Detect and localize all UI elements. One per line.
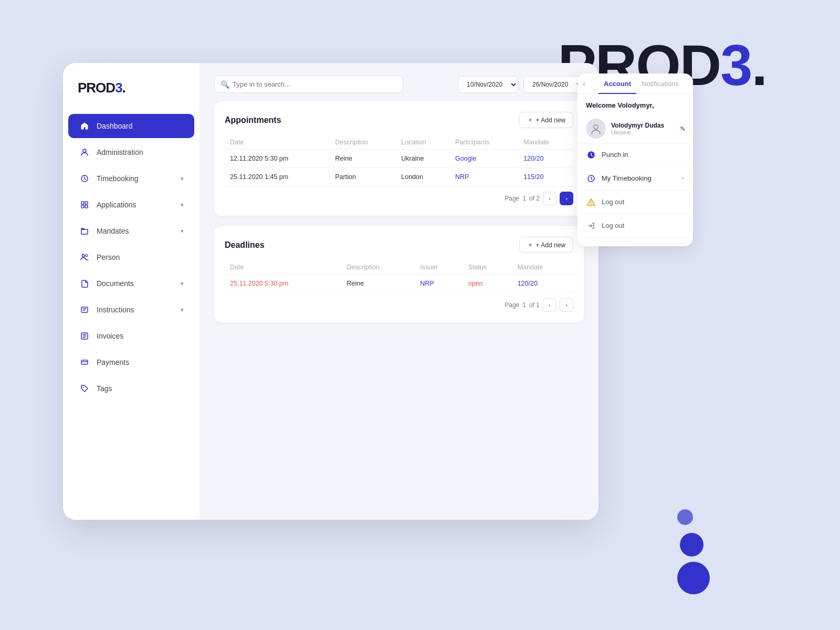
svg-rect-5: [85, 205, 88, 208]
sidebar-logo: PROD3.: [63, 80, 200, 113]
plus-icon: ＋: [527, 116, 533, 124]
card-icon: [79, 356, 90, 368]
svg-point-6: [82, 255, 85, 257]
deadlines-header: Deadlines ＋ + Add new: [225, 237, 573, 253]
prev-page-button[interactable]: ‹: [543, 192, 556, 205]
logout-label: Log out: [602, 222, 624, 229]
panel-back-button[interactable]: ‹: [583, 79, 585, 89]
sidebar-item-label: Invoices: [97, 332, 123, 340]
user-name: Volodymyr Dudas: [611, 122, 664, 129]
col-participants: Participants: [450, 135, 518, 150]
sidebar-item-instructions[interactable]: Instructions ▾: [68, 298, 194, 322]
col-date: Date: [225, 135, 330, 150]
row-participants[interactable]: Google: [450, 150, 518, 168]
svg-rect-3: [85, 202, 88, 204]
tab-notifications[interactable]: Notifications: [636, 74, 684, 94]
sidebar-item-payments[interactable]: Payments: [68, 350, 194, 374]
search-input[interactable]: [214, 76, 403, 93]
doc-icon: [79, 278, 90, 289]
appointments-title: Appointments: [225, 116, 281, 125]
row-issuer[interactable]: NRP: [415, 275, 463, 293]
chevron-down-icon: ▾: [181, 228, 184, 235]
next-page-button[interactable]: ›: [560, 192, 573, 205]
sidebar-item-label: Documents: [97, 279, 134, 288]
chevron-down-icon: ▾: [181, 175, 184, 182]
panel-tabs: ‹ Account Notifications: [578, 74, 693, 94]
sidebar-item-invoices[interactable]: Invoices: [68, 324, 194, 348]
logout-action[interactable]: Log out: [578, 214, 693, 238]
row-mandate[interactable]: 120/20: [512, 275, 573, 293]
svg-point-12: [594, 125, 598, 129]
punch-in-icon: [586, 150, 596, 160]
deadlines-title: Deadlines: [225, 240, 265, 250]
row-description: Reine: [330, 150, 396, 168]
date-from-select[interactable]: 10/Nov/2020: [458, 76, 518, 93]
sidebar-item-dashboard[interactable]: Dashboard: [68, 114, 194, 138]
col-description: Description: [341, 260, 415, 275]
sidebar-item-person[interactable]: Person: [68, 245, 194, 269]
appointments-add-button[interactable]: ＋ + Add new: [519, 112, 573, 128]
decorative-circle-2: [680, 533, 704, 556]
svg-point-0: [83, 149, 86, 152]
chevron-down-icon: ▾: [181, 202, 184, 208]
sidebar-item-applications[interactable]: Applications ▾: [68, 193, 194, 217]
folder-icon: [79, 225, 90, 237]
sidebar-item-label: Dashboard: [97, 122, 133, 130]
col-mandate: Mandate: [518, 135, 573, 150]
appointments-header: Appointments ＋ + Add new: [225, 112, 573, 128]
invoice-icon: [79, 330, 90, 342]
date-to-select[interactable]: 26/Nov/2020: [523, 76, 584, 93]
page-label: Page: [505, 301, 519, 309]
prev-page-button[interactable]: ‹: [543, 298, 556, 312]
sidebar-item-documents[interactable]: Documents ▾: [68, 271, 194, 296]
appointments-section: Appointments ＋ + Add new Date Descriptio…: [214, 101, 584, 216]
search-bar: 🔍 10/Nov/2020 26/Nov/2020: [214, 76, 584, 93]
svg-point-7: [86, 255, 88, 257]
tag-icon: [79, 383, 90, 394]
svg-rect-10: [81, 360, 88, 364]
row-location: London: [396, 168, 450, 186]
col-date: Date: [225, 260, 341, 275]
sidebar-item-tags[interactable]: Tags: [68, 376, 194, 401]
right-panel: ‹ Account Notifications Welcome Volodymy…: [578, 74, 693, 246]
sidebar-item-label: Tags: [97, 384, 112, 393]
sidebar-item-timebooking[interactable]: Timebooking ▾: [68, 166, 194, 191]
row-date: 25.11.2020 5:30 pm: [225, 275, 341, 293]
clock-icon: [79, 173, 90, 184]
people-icon: [79, 251, 90, 263]
logout-warn-action[interactable]: Log out: [578, 191, 693, 214]
row-description: Partion: [330, 168, 396, 186]
chevron-down-icon: ▾: [181, 307, 184, 313]
row-location: Ukraine: [396, 150, 450, 168]
svg-rect-4: [81, 205, 84, 208]
sidebar-item-administration[interactable]: Administration: [68, 140, 194, 164]
svg-point-11: [83, 387, 84, 388]
deadlines-pagination: Page 1 of 1 ‹ ›: [225, 298, 573, 312]
decorative-circle-1: [677, 509, 693, 525]
page-number: 1: [522, 301, 526, 309]
tab-account[interactable]: Account: [598, 74, 636, 94]
logout-warn-label: Log out: [602, 198, 624, 206]
page-of: of 2: [529, 195, 540, 202]
main-card: PROD3. Dashboard Administration: [63, 63, 598, 520]
deadlines-add-button[interactable]: ＋ + Add new: [519, 237, 573, 253]
sidebar-item-mandates[interactable]: Mandates ▾: [68, 219, 194, 243]
punch-in-action[interactable]: Punch in: [578, 143, 693, 167]
panel-user: Volodymyr Dudas Ukraine ✎: [578, 114, 693, 143]
row-mandate[interactable]: 120/20: [518, 150, 573, 168]
row-participants[interactable]: NRP: [450, 168, 518, 186]
timebooking-icon: [586, 173, 596, 184]
my-timebooking-action[interactable]: My Timebooking ▾: [578, 167, 693, 191]
next-page-button[interactable]: ›: [560, 298, 573, 312]
sidebar-item-label: Person: [97, 253, 120, 261]
edit-icon[interactable]: ✎: [680, 124, 686, 132]
search-icon: 🔍: [220, 80, 229, 89]
panel-welcome: Welcome Volodymyr,: [578, 94, 693, 114]
row-description: Reine: [341, 275, 415, 293]
svg-rect-8: [81, 307, 88, 312]
sidebar-item-label: Administration: [97, 148, 143, 156]
home-icon: [79, 120, 90, 132]
col-location: Location: [396, 135, 450, 150]
row-mandate[interactable]: 115/20: [518, 168, 573, 186]
page-label: Page: [505, 195, 519, 202]
